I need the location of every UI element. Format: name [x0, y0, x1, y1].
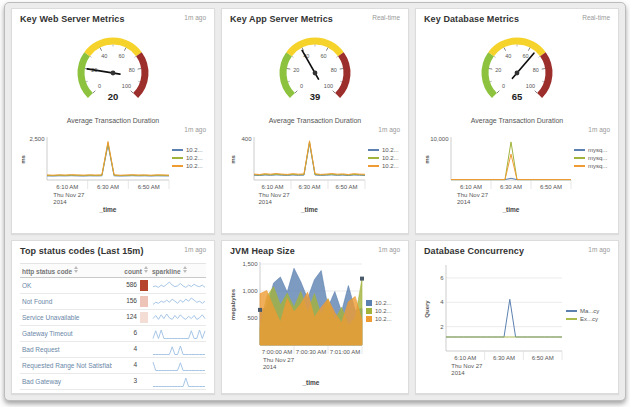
legend-item[interactable]: 10.2...: [368, 163, 399, 169]
legend-label: 10.2...: [186, 155, 203, 161]
svg-text:2014: 2014: [53, 199, 67, 205]
count-value: 156: [126, 297, 137, 304]
chart-title: Average Transaction Duration: [424, 117, 610, 124]
legend-item[interactable]: 10.2...: [172, 155, 203, 161]
column-header-count[interactable]: count: [112, 264, 150, 278]
svg-text:39: 39: [310, 91, 321, 102]
svg-text:100: 100: [122, 83, 131, 89]
sparkline-chart: [152, 344, 206, 356]
table-row[interactable]: OK586: [20, 278, 206, 294]
table-row[interactable]: Bad Gateway3: [20, 374, 206, 390]
svg-text:7:01:00 AM: 7:01:00 AM: [330, 349, 360, 355]
legend-item[interactable]: Ma...cy: [566, 308, 599, 314]
panel-header: Top status codes (Last 15m) 1m ago: [20, 246, 206, 259]
table-row[interactable]: Gateway Timeout6: [20, 326, 206, 342]
status-code-cell[interactable]: Gateway Timeout: [20, 326, 112, 342]
legend-label: 10.2...: [186, 147, 203, 153]
radial-gauge-chart[interactable]: 02040608010039: [256, 35, 374, 105]
table-row[interactable]: Bad Request4: [20, 342, 206, 358]
svg-text:_time: _time: [302, 379, 320, 386]
radial-gauge-chart[interactable]: 02040608010065: [458, 35, 576, 105]
sparkline-chart: [152, 360, 206, 372]
legend-item[interactable]: Ex...cy: [566, 316, 599, 322]
svg-text:400: 400: [241, 136, 252, 142]
legend-item[interactable]: 10.2...: [368, 147, 399, 153]
legend-label: mysq...: [588, 155, 607, 161]
line-chart[interactable]: 4006:10 AM6:30 AM6:50 AMThu Nov 272014ms…: [230, 134, 368, 214]
svg-text:2: 2: [440, 324, 444, 330]
legend-item[interactable]: mysq...: [574, 147, 607, 153]
count-heat-chip: [140, 392, 148, 394]
column-header-http-status-code[interactable]: http status code: [20, 264, 112, 278]
svg-text:65: 65: [512, 91, 523, 102]
svg-text:Thu Nov 27: Thu Nov 27: [263, 357, 295, 363]
svg-text:100: 100: [526, 83, 535, 89]
panel-title: Database Concurrency: [424, 246, 524, 256]
legend-item[interactable]: 10.2...: [172, 147, 203, 153]
legend-swatch-icon: [366, 308, 372, 314]
dashboard-screenshot: Key Web Server Metrics 1m ago 0204060801…: [0, 0, 630, 407]
legend-swatch-icon: [574, 157, 585, 159]
legend-swatch-icon: [566, 310, 577, 312]
chart-legend: 10.2...10.2...10.2...: [368, 146, 399, 170]
svg-text:megabytes: megabytes: [230, 288, 236, 320]
status-code-cell[interactable]: Bad Gateway: [20, 374, 112, 390]
panel-title: Key Database Metrics: [424, 14, 519, 24]
status-code-cell[interactable]: Service Unavailable: [20, 310, 112, 326]
legend-item[interactable]: mysq...: [574, 155, 607, 161]
panel-header: Key Database Metrics Real-time: [424, 14, 610, 27]
count-value: 6: [133, 329, 137, 336]
svg-text:6:10 AM: 6:10 AM: [56, 184, 78, 190]
legend-item[interactable]: 10.2...: [366, 316, 392, 322]
line-chart[interactable]: 2466:10 AM6:30 AM6:50 AMThu Nov 272014Qu…: [424, 259, 566, 385]
chart-area: 5001,0001,5007:00:00 AM7:00:30 AM7:01:00…: [230, 259, 400, 387]
count-cell: 3: [112, 390, 150, 395]
table-row[interactable]: Found3: [20, 390, 206, 395]
radial-gauge-chart[interactable]: 02040608010020: [54, 35, 172, 105]
legend-item[interactable]: 10.2...: [366, 300, 392, 306]
column-header-label: sparkline: [152, 268, 181, 275]
line-chart[interactable]: 2,5006:10 AM6:30 AM6:50 AMThu Nov 272014…: [20, 134, 172, 214]
svg-text:6:50 AM: 6:50 AM: [532, 355, 554, 361]
refresh-indicator: Real-time: [372, 14, 400, 21]
area-chart[interactable]: 5001,0001,5007:00:00 AM7:00:30 AM7:01:00…: [230, 259, 366, 387]
chart-refresh-indicator: 1m ago: [230, 126, 400, 134]
status-code-cell[interactable]: Bad Request: [20, 342, 112, 358]
legend-item[interactable]: mysq...: [574, 163, 607, 169]
count-value: 4: [133, 361, 137, 368]
panel-database-concurrency: Database Concurrency 1m ago 2466:10 AM6:…: [415, 240, 619, 394]
svg-text:0: 0: [98, 83, 101, 89]
table-head: http status codecountsparkline: [20, 264, 206, 278]
status-code-cell[interactable]: Not Found: [20, 294, 112, 310]
legend-item[interactable]: 10.2...: [366, 308, 392, 314]
sparkline-chart: [152, 376, 206, 388]
svg-text:60: 60: [119, 53, 125, 59]
chart-legend: 10.2...10.2...10.2...: [172, 146, 203, 170]
legend-swatch-icon: [366, 316, 372, 322]
refresh-indicator: 1m ago: [184, 14, 206, 21]
table-row[interactable]: Service Unavailable124: [20, 310, 206, 326]
legend-swatch-icon: [574, 165, 585, 167]
legend-item[interactable]: 10.2...: [172, 163, 203, 169]
svg-text:6:30 AM: 6:30 AM: [97, 184, 119, 190]
panel-header: Key App Server Metrics Real-time: [230, 14, 400, 27]
table-row[interactable]: Requested Range Not Satisfiable4: [20, 358, 206, 374]
panel-header: Key Web Server Metrics 1m ago: [20, 14, 206, 27]
status-code-cell[interactable]: OK: [20, 278, 112, 294]
line-chart[interactable]: 10,0006:10 AM6:30 AM6:50 AMThu Nov 27201…: [424, 134, 574, 214]
panel-title: Top status codes (Last 15m): [20, 246, 144, 256]
svg-text:_time: _time: [99, 206, 117, 213]
legend-label: 10.2...: [382, 155, 399, 161]
table-row[interactable]: Not Found156: [20, 294, 206, 310]
svg-text:6: 6: [440, 275, 444, 281]
chart-refresh-indicator: 1m ago: [20, 126, 206, 134]
column-header-sparkline[interactable]: sparkline: [150, 264, 206, 278]
legend-item[interactable]: 10.2...: [368, 155, 399, 161]
count-cell: 4: [112, 358, 150, 374]
svg-text:20: 20: [293, 67, 299, 73]
sort-icon: [183, 266, 187, 273]
status-code-cell[interactable]: Requested Range Not Satisfiable: [20, 358, 112, 374]
sparkline-chart: [152, 280, 206, 292]
status-code-cell[interactable]: Found: [20, 390, 112, 395]
sparkline-chart: [152, 312, 206, 324]
